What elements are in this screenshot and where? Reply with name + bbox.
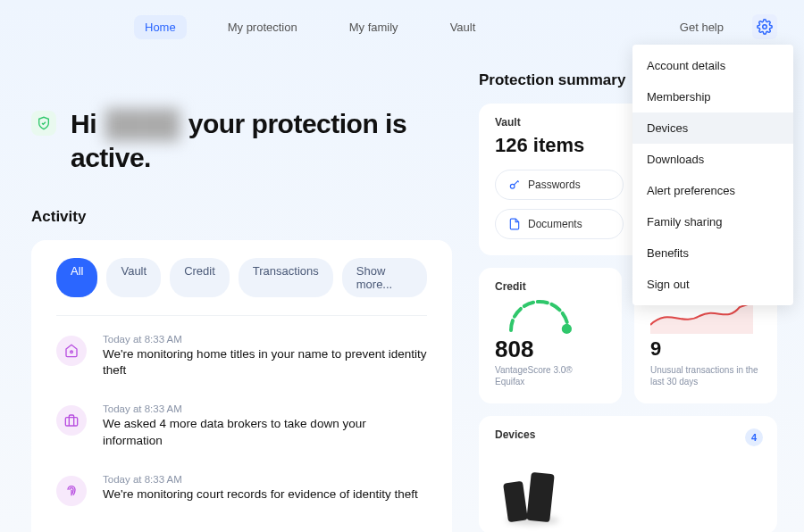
- activity-heading: Activity: [31, 208, 452, 226]
- get-help-link[interactable]: Get help: [669, 15, 734, 39]
- activity-time: Today at 8:33 AM: [103, 474, 427, 485]
- activity-item[interactable]: Today at 8:33 AM We asked 4 more data br…: [56, 391, 427, 461]
- menu-benefits[interactable]: Benefits: [632, 237, 793, 269]
- svg-point-8: [562, 324, 572, 334]
- settings-button[interactable]: [752, 14, 777, 39]
- svg-point-1: [71, 351, 73, 353]
- transactions-sub: Unusual transactions in the last 30 days: [650, 364, 761, 387]
- filter-transactions[interactable]: Transactions: [239, 258, 333, 297]
- fingerprint-icon: [64, 484, 79, 498]
- filter-all[interactable]: All: [56, 258, 97, 297]
- key-icon: [508, 179, 521, 191]
- activity-item[interactable]: Today at 8:33 AM Make sure your devices …: [56, 519, 427, 532]
- menu-family-sharing[interactable]: Family sharing: [632, 206, 793, 237]
- credit-label: Credit: [495, 280, 606, 293]
- activity-time: Today at 8:33 AM: [103, 334, 427, 345]
- devices-card[interactable]: Devices 4: [479, 416, 777, 532]
- activity-time: Today at 8:33 AM: [103, 403, 427, 414]
- nav-my-family[interactable]: My family: [339, 15, 409, 39]
- activity-item[interactable]: Today at 8:33 AM We're monitoring court …: [56, 461, 427, 519]
- gear-icon: [757, 19, 773, 35]
- redacted-name: ████: [104, 107, 181, 141]
- filter-credit[interactable]: Credit: [170, 258, 230, 297]
- settings-menu: Account details Membership Devices Downl…: [632, 45, 793, 305]
- home-title-icon: [64, 344, 79, 358]
- menu-devices[interactable]: Devices: [632, 112, 793, 144]
- activity-filters: All Vault Credit Transactions Show more.…: [56, 258, 427, 316]
- svg-point-0: [763, 25, 767, 29]
- vault-passwords-button[interactable]: Passwords: [495, 170, 624, 200]
- activity-card: All Vault Credit Transactions Show more.…: [31, 240, 452, 532]
- nav-vault[interactable]: Vault: [440, 15, 487, 39]
- credit-score: 808: [495, 336, 606, 363]
- menu-account-details[interactable]: Account details: [632, 50, 793, 81]
- activity-text: We're monitoring home titles in your nam…: [103, 346, 427, 378]
- menu-sign-out[interactable]: Sign out: [632, 269, 793, 300]
- menu-membership[interactable]: Membership: [632, 81, 793, 112]
- greeting-text: Hi ████ your protection is active.: [71, 107, 410, 174]
- transactions-count: 9: [650, 337, 761, 361]
- activity-text: We asked 4 more data brokers to take dow…: [103, 416, 427, 448]
- filter-show-more[interactable]: Show more...: [342, 258, 427, 297]
- devices-count-badge: 4: [745, 428, 763, 446]
- credit-card[interactable]: Credit 808 VantageScore 3.0® Equifax: [479, 268, 622, 403]
- devices-label: Devices: [495, 428, 761, 441]
- credit-vendor: Equifax: [495, 377, 606, 387]
- activity-item[interactable]: Today at 8:33 AM We're monitoring home t…: [56, 321, 427, 391]
- menu-downloads[interactable]: Downloads: [632, 144, 793, 175]
- menu-alert-preferences[interactable]: Alert preferences: [632, 175, 793, 206]
- briefcase-icon: [64, 413, 79, 428]
- nav-home[interactable]: Home: [134, 15, 187, 39]
- devices-illustration: [506, 473, 552, 521]
- document-icon: [508, 218, 521, 230]
- vault-documents-button[interactable]: Documents: [495, 209, 624, 239]
- credit-provider: VantageScore 3.0®: [495, 365, 606, 375]
- nav-my-protection[interactable]: My protection: [217, 15, 308, 39]
- credit-gauge: [495, 298, 606, 334]
- svg-point-4: [510, 184, 515, 188]
- activity-text: We're monitoring court records for evide…: [103, 486, 427, 503]
- shield-check-icon: [37, 116, 51, 130]
- shield-badge: [31, 111, 56, 136]
- filter-vault[interactable]: Vault: [106, 258, 161, 297]
- svg-rect-2: [65, 418, 77, 426]
